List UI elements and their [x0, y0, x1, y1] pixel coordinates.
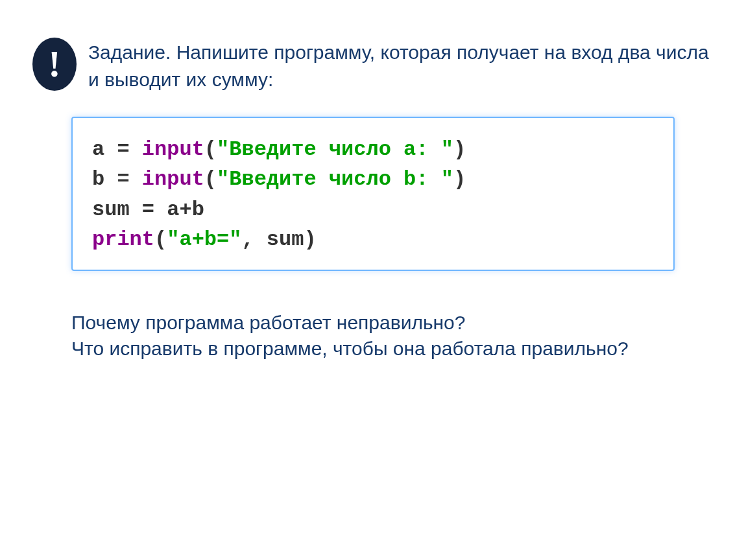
- task-description: Задание. Напишите программу, которая пол…: [88, 38, 714, 93]
- code-token: ): [453, 167, 466, 191]
- code-token: , sum): [241, 228, 316, 251]
- question-block: Почему программа работает неправильно? Ч…: [71, 310, 675, 362]
- exclamation-icon: !: [32, 38, 77, 91]
- code-token: input: [142, 137, 204, 161]
- task-header: ! Задание. Напишите программу, которая п…: [0, 0, 746, 93]
- code-token: "Введите число b: ": [217, 167, 453, 191]
- code-token: sum = a+b: [92, 198, 204, 222]
- question-line-2: Что исправить в программе, чтобы она раб…: [71, 336, 675, 362]
- code-token: =: [104, 137, 142, 161]
- code-token: (: [154, 228, 167, 251]
- code-token: (: [204, 137, 217, 161]
- code-token: "Введите число a: ": [217, 137, 453, 161]
- code-token: b: [92, 167, 104, 191]
- code-token: "a+b=": [167, 228, 241, 251]
- code-block: a = input("Введите число a: ") b = input…: [71, 117, 675, 271]
- question-line-1: Почему программа работает неправильно?: [71, 310, 675, 336]
- exclamation-glyph: !: [48, 45, 60, 83]
- code-token: print: [92, 228, 154, 251]
- code-token: =: [104, 167, 142, 191]
- code-token: ): [453, 137, 466, 161]
- code-token: (: [204, 167, 217, 191]
- code-token: input: [142, 167, 204, 191]
- code-token: a: [92, 137, 104, 161]
